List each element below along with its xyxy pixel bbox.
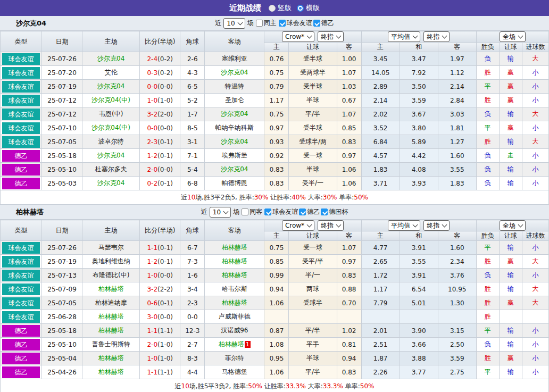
home-team[interactable]: 艾伦 — [105, 69, 118, 76]
big-rate: 30% — [323, 194, 337, 201]
crow-away-odds: 0.88 — [337, 282, 361, 296]
layout-horizontal-option[interactable]: 横版 — [297, 3, 320, 13]
radio-checked-icon[interactable] — [297, 5, 304, 12]
final-odds-select[interactable]: 终指 — [318, 220, 344, 231]
away-team[interactable]: 帕德博恩 — [222, 179, 247, 187]
single-rate: 50% — [354, 194, 368, 201]
date-cell: 25-07-10 — [42, 121, 82, 135]
away-team[interactable]: 沙尔克04 — [221, 69, 248, 76]
home-team[interactable]: 波卓尔特 — [98, 138, 124, 145]
home-team-cell: 柏林赫塔 — [82, 324, 140, 338]
same-venue-filter[interactable]: 同主 — [256, 19, 277, 28]
crow-home-odds: 1.06 — [264, 296, 289, 310]
average-odds-select[interactable]: 平均值 — [388, 220, 420, 231]
crow-handicap-line: 半球 — [289, 352, 337, 365]
league-filter[interactable]: 德乙 — [313, 19, 334, 28]
away-team[interactable]: 卢威斯菲德 — [219, 313, 251, 320]
match-row: 球会友谊 25-07-13 布隆德比(中) 1-0(0-0) 1-6 柏林赫塔 … — [1, 269, 549, 282]
checkbox-checked-icon[interactable] — [279, 20, 286, 27]
scope-select[interactable]: 全场 — [500, 220, 526, 231]
avg-draw-odds — [400, 310, 438, 324]
home-team[interactable]: 沙尔克04 — [97, 152, 124, 159]
away-team[interactable]: 柏林赫塔 — [222, 299, 247, 306]
away-team[interactable]: 柏林赫塔 — [222, 257, 247, 265]
league-badge: 球会友谊 — [2, 311, 40, 323]
result-goals: 大 — [522, 107, 548, 121]
checkbox-checked-icon[interactable] — [321, 208, 328, 215]
home-team[interactable]: 沙尔克04(中) — [91, 124, 130, 131]
home-team[interactable]: 柏林赫塔 — [98, 285, 124, 293]
avg-draw-odds: 3.80 — [400, 121, 438, 135]
away-team[interactable]: 马格德堡 — [222, 368, 247, 376]
league-filter[interactable]: 球会友谊 — [279, 19, 312, 28]
avg-draw-odds: 3.91 — [400, 269, 438, 282]
away-team[interactable]: 帕纳辛纳科斯 — [215, 124, 254, 131]
avg-away-odds: 1.60 — [438, 241, 476, 255]
bookmaker-select[interactable]: Crow* — [282, 31, 314, 42]
checkbox-checked-icon[interactable] — [264, 208, 271, 215]
home-team-cell: 沙尔克04 — [82, 177, 140, 190]
away-team-cell: 柏林赫塔 — [205, 241, 264, 255]
col-home: 主场 — [82, 220, 140, 241]
league-filter[interactable]: 球会友谊 — [264, 207, 298, 216]
checkbox-checked-icon[interactable] — [299, 208, 306, 215]
league-filter-label: 球会友谊 — [272, 207, 298, 216]
league-filter[interactable]: 德国杯 — [321, 207, 348, 216]
league-filter[interactable]: 德乙 — [299, 207, 320, 216]
final-odds-select-2[interactable]: 终指 — [423, 31, 450, 42]
league-type-cell: 德乙 — [1, 163, 42, 177]
average-odds-select[interactable]: 平均值 — [388, 31, 420, 42]
away-team[interactable]: 沙尔克04 — [221, 138, 248, 145]
home-team[interactable]: 韦恩(中) — [99, 110, 123, 118]
checkbox-unchecked-icon[interactable] — [242, 208, 248, 215]
away-team[interactable]: 特温特 — [225, 82, 244, 90]
avg-draw-odds: 4.08 — [400, 163, 438, 177]
final-odds-select[interactable]: 终指 — [318, 31, 344, 42]
home-team[interactable]: 柏林赫塔 — [98, 354, 124, 362]
away-team[interactable]: 菲尔特 — [225, 354, 244, 362]
home-team[interactable]: 布隆德比(中) — [93, 271, 129, 279]
home-team[interactable]: 沙尔克04 — [97, 179, 124, 187]
scope-select[interactable]: 全场 — [500, 31, 526, 42]
home-team[interactable]: 柏林迪纳摩 — [95, 299, 127, 306]
radio-unchecked-icon[interactable] — [269, 5, 276, 12]
home-team[interactable]: 柏林赫塔 — [98, 313, 124, 320]
checkbox-checked-icon[interactable] — [313, 20, 320, 27]
team-name: 沙尔克04 — [16, 19, 46, 28]
match-count-select[interactable]: 10 — [210, 207, 231, 218]
result-handicap: 赢 — [499, 121, 522, 135]
col-handicap-result: 让球 — [499, 231, 522, 241]
away-team[interactable]: 柏林赫塔 — [222, 271, 247, 279]
match-count-select[interactable]: 10 — [223, 18, 245, 29]
home-team[interactable]: 沙尔克04 — [97, 82, 124, 90]
home-team[interactable]: 沙尔克04(中) — [91, 96, 130, 104]
home-team[interactable]: 普鲁士明斯特 — [92, 340, 130, 348]
home-team[interactable]: 柏林赫塔 — [98, 327, 124, 334]
final-odds-select-2[interactable]: 终指 — [423, 220, 450, 231]
checkbox-unchecked-icon[interactable] — [256, 20, 263, 27]
away-team[interactable]: 柏林赫塔 — [222, 244, 247, 251]
home-team[interactable]: 马瑟韦尔 — [98, 244, 124, 251]
same-venue-filter[interactable]: 同客 — [242, 207, 262, 216]
away-team[interactable]: 沙尔克04 — [221, 165, 248, 173]
crow-handicap-line: 平/半 — [289, 365, 337, 379]
home-team[interactable]: 杜塞尔多夫 — [95, 165, 127, 173]
layout-vertical-option[interactable]: 竖版 — [269, 3, 292, 13]
away-team[interactable]: 圣加仑 — [225, 96, 244, 104]
match-row: 德乙 25-04-26 柏林赫塔 1-1(1-1) 4-4 马格德堡 1.06 … — [1, 365, 549, 379]
away-team[interactable]: 埃弗斯堡 — [222, 152, 247, 159]
home-team[interactable]: 沙尔克04 — [97, 55, 124, 62]
result-wdl: 胜 — [476, 310, 499, 324]
away-team[interactable]: 柏林赫塔 — [219, 340, 244, 348]
home-team[interactable]: 奥地利维也纳 — [92, 257, 130, 265]
away-team[interactable]: 哈韦尔斯 — [222, 285, 247, 293]
away-team[interactable]: 汉诺威96 — [221, 327, 248, 334]
crow-home-odds: 0.79 — [264, 80, 289, 94]
home-team[interactable]: 柏林赫塔 — [98, 368, 124, 376]
away-team[interactable]: 塞维利亚 — [222, 55, 247, 62]
away-team[interactable]: 沙尔克04 — [221, 110, 248, 118]
league-filters: 球会友谊 德乙 — [279, 19, 334, 28]
avg-away-odds: 2.84 — [438, 94, 476, 107]
bookmaker-select[interactable]: Crow* — [282, 220, 314, 231]
half-score: (1-1) — [157, 369, 173, 376]
